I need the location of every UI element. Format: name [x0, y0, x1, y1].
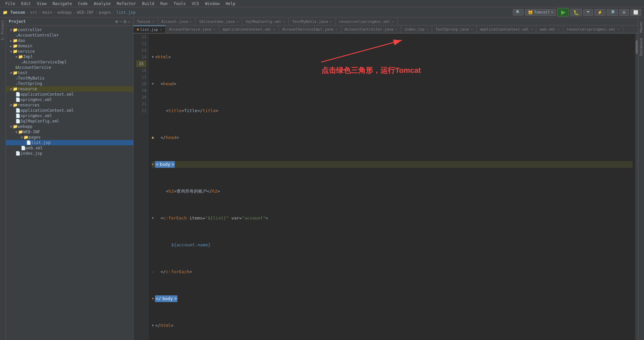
menu-refactor[interactable]: Refactor — [114, 1, 139, 7]
ln-11: 11 — [136, 34, 146, 40]
run-button[interactable]: ▶ — [557, 8, 569, 16]
menu-vcs[interactable]: VCS — [189, 1, 202, 7]
panel-tool-collapse[interactable]: − — [119, 19, 122, 24]
tab-resources-springmvc[interactable]: resources\springmvc.xml × — [335, 18, 397, 25]
tab-close-iaccountdao[interactable]: × — [236, 20, 238, 23]
tree-item-springmvc-xml[interactable]: 📄 springmvc.xml — [6, 97, 133, 102]
database-tab[interactable]: Database — [638, 35, 644, 58]
maximize-button[interactable]: ⬜ — [630, 9, 641, 16]
menu-run[interactable]: Run — [158, 1, 170, 7]
scrollbar[interactable] — [635, 34, 638, 340]
tree-item-webxml[interactable]: 📄 web.xml — [6, 145, 133, 151]
maven-tab[interactable]: Maven — [638, 19, 644, 35]
tree-item-webapp[interactable]: ▼ 📁 webapp — [6, 124, 133, 129]
tree-item-pages[interactable]: ▼ 📁 pages — [6, 135, 133, 140]
tomcat-selector[interactable]: 🐱 Tomcat7 ▼ — [525, 9, 556, 16]
tree-item-list-jsp[interactable]: 📄 list.jsp — [6, 140, 133, 145]
tab-close-accountcontroller[interactable]: × — [395, 28, 397, 31]
menu-code[interactable]: Code — [75, 1, 91, 7]
search-button[interactable]: 🔎 — [607, 9, 618, 16]
panel-tool-settings[interactable]: ⚙ — [123, 19, 126, 24]
code-editor[interactable]: 11 12 13 14 15 16 17 18 19 20 21 22 — [133, 34, 638, 340]
menu-edit[interactable]: Edit — [18, 1, 34, 7]
tab-account-java[interactable]: Account.java × — [158, 18, 196, 25]
menu-view[interactable]: View — [34, 1, 49, 7]
debug-button[interactable]: 🐛 — [570, 9, 582, 16]
tab-close-webxml[interactable]: × — [557, 28, 559, 31]
tree-item-resources[interactable]: ▼ 📁 resources — [6, 102, 133, 108]
tab-testspring[interactable]: TestSpring.java × — [432, 26, 476, 33]
tab-testmybatis[interactable]: TestMyBatis.java × — [289, 18, 335, 25]
tab-close-appcontext2[interactable]: × — [531, 28, 533, 31]
fold-icon-12[interactable]: ▼ — [152, 81, 154, 87]
code-content[interactable]: ▼ <html> ▼ <head> ▼ <title>Title</title> — [149, 34, 635, 340]
tree-item-accountserviceimpl[interactable]: ☕ AccountServiceImpl — [6, 59, 133, 65]
tab-close-index[interactable]: × — [426, 28, 428, 31]
tree-item-testmybatis[interactable]: ☕ TestMyBatis — [6, 76, 133, 81]
tab-webxml[interactable]: web.xml × — [536, 26, 563, 33]
tree-label-resources: resources — [18, 103, 40, 107]
tab-iaccountdao[interactable]: IAccountdao.java × — [196, 18, 242, 25]
panel-tool-sync[interactable]: ⊕ — [115, 19, 118, 24]
menu-window[interactable]: Window — [202, 1, 222, 7]
search-everywhere-btn[interactable]: 🔍 — [513, 9, 524, 15]
tree-item-resource[interactable]: ▼ 📁 resource — [6, 86, 133, 92]
tree-item-test[interactable]: ▼ 📁 test — [6, 70, 133, 76]
fold-icon-20[interactable]: ▼ — [152, 295, 154, 302]
fold-icon-14[interactable]: ◉ — [152, 134, 154, 141]
tab-index-jsp[interactable]: index.jsp × — [401, 26, 432, 33]
tab-close-resources-springmvc[interactable]: × — [392, 20, 394, 23]
tab-close-testmybatis[interactable]: × — [330, 20, 332, 23]
fold-icon-17[interactable]: ▼ — [152, 215, 154, 222]
tab-accountserviceimpl[interactable]: AccountServiceImpl.java × — [279, 26, 341, 33]
tree-item-sqlmapconfig[interactable]: 📄 SqlMapConfig.xml — [6, 118, 133, 124]
tree-item-accountservice[interactable]: ℹ AccountService — [6, 65, 133, 70]
tab-appcontext[interactable]: applicationContext.xml × — [219, 26, 279, 33]
fold-icon-19[interactable]: — — [152, 269, 154, 275]
profile-button[interactable]: ⚡ — [594, 9, 605, 16]
tab-accountcontroller[interactable]: AccountController.java × — [341, 26, 401, 33]
menu-help[interactable]: Help — [223, 1, 238, 7]
menu-file[interactable]: File — [3, 1, 18, 7]
menu-build[interactable]: Build — [140, 1, 157, 7]
menu-tools[interactable]: Tools — [171, 1, 189, 7]
tab-close-accountservice[interactable]: × — [213, 28, 215, 31]
tab-resource-springmvc[interactable]: resource\springmvc.xml × — [563, 26, 623, 33]
tab-close-testspring[interactable]: × — [471, 28, 473, 31]
tab-twossm[interactable]: Twossm × — [133, 18, 158, 25]
menu-analyze[interactable]: Analyze — [91, 1, 113, 7]
tree-item-webinf[interactable]: ▼ 📁 WEB-INF — [6, 129, 133, 135]
tab-close-resource-springmvc[interactable]: × — [618, 28, 620, 31]
side-project-tab[interactable]: 1: Project — [0, 17, 6, 43]
tab-sqlmapconfig[interactable]: SqlMapConfig.xml × — [242, 18, 289, 25]
tree-item-impl-folder[interactable]: ▼ 📁 Impl — [6, 54, 133, 59]
tab-accountservice[interactable]: AccountService.java × — [166, 26, 219, 33]
fold-icon-15[interactable]: ▼ — [152, 161, 154, 168]
settings-button[interactable]: ⚙ — [619, 9, 629, 16]
coverage-button[interactable]: ☂ — [583, 9, 593, 16]
tree-item-domain[interactable]: ▶ 📁 domain — [6, 43, 133, 49]
ln-13: 13 — [136, 47, 146, 54]
code-line-18: ▼ ${account.name} — [152, 242, 633, 248]
fold-icon-21[interactable]: ▼ — [152, 322, 154, 329]
tree-item-res-springmvc[interactable]: 📄 springmvc.xml — [6, 113, 133, 118]
tab-close-twossm[interactable]: × — [152, 20, 154, 23]
tab-list-jsp[interactable]: list.jsp × — [133, 26, 166, 33]
tree-item-controller[interactable]: ▼ 📁 controller — [6, 27, 133, 33]
tree-item-dao[interactable]: ▶ 📁 dao — [6, 38, 133, 43]
menu-navigate[interactable]: Navigate — [50, 1, 75, 7]
tab-close-appcontext[interactable]: × — [273, 28, 275, 31]
panel-tool-close[interactable]: — — [128, 19, 130, 24]
tree-item-res-appcontext[interactable]: 📄 applicationContext.xml — [6, 108, 133, 113]
tab-appcontext2[interactable]: applicationContext.xml × — [477, 26, 537, 33]
tree-item-index-jsp[interactable]: 📄 index.jsp — [6, 151, 133, 156]
tab-close-account[interactable]: × — [190, 20, 192, 23]
tree-item-accountcontroller[interactable]: ☕ AccountController — [6, 33, 133, 38]
tab-close-accountserviceimpl[interactable]: × — [335, 28, 337, 31]
tree-item-service[interactable]: ▼ 📁 service — [6, 49, 133, 54]
fold-icon-11[interactable]: ▼ — [152, 54, 154, 60]
tree-item-appcontext-xml[interactable]: 📄 applicationContext.xml — [6, 92, 133, 97]
tree-item-testspring[interactable]: ☕ TestSpring — [6, 81, 133, 86]
tab-close-list-jsp[interactable]: × — [160, 28, 162, 32]
tab-close-sqlmapconfig[interactable]: × — [283, 20, 285, 23]
